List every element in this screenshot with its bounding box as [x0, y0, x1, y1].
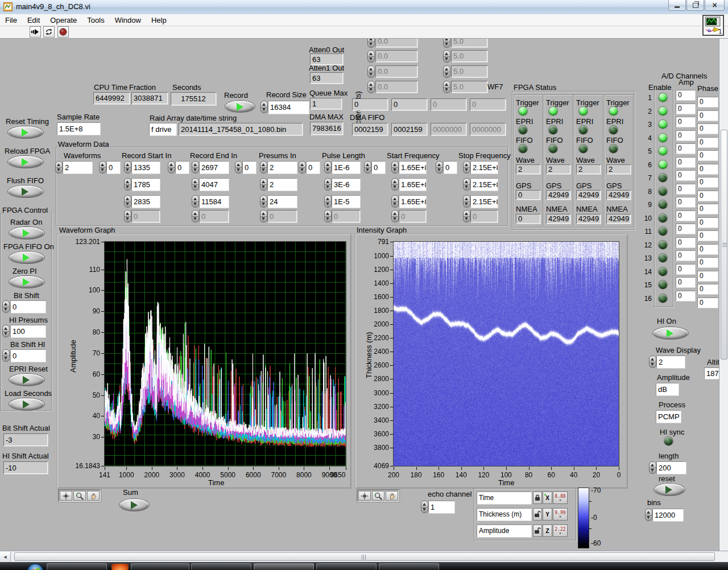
- reset-button[interactable]: [654, 484, 685, 496]
- hi-on-button[interactable]: [653, 327, 688, 340]
- lock-closed-icon[interactable]: [533, 491, 542, 504]
- record-start-in-spinner[interactable]: [124, 195, 131, 208]
- color-scale-ramp[interactable]: [578, 488, 589, 548]
- pulse-length-spinner[interactable]: [324, 161, 332, 174]
- phase-field[interactable]: 0: [697, 164, 718, 174]
- taskbar-button[interactable]: [316, 563, 377, 570]
- axis-y-scale-button[interactable]: Y: [543, 508, 552, 521]
- bit-shift-field[interactable]: 0: [10, 300, 46, 313]
- increments-a-spinner[interactable]: [367, 65, 375, 78]
- phase-field[interactable]: 0: [697, 217, 718, 228]
- record-end-in-spinner[interactable]: [192, 178, 199, 191]
- increments-a-spinner[interactable]: [367, 50, 375, 63]
- lock-open-icon[interactable]: [533, 524, 542, 537]
- enable-led[interactable]: [659, 280, 667, 289]
- amp-field[interactable]: 0: [676, 143, 695, 154]
- array-index-field[interactable]: 0: [106, 161, 120, 174]
- amp-field[interactable]: 0: [676, 170, 695, 180]
- scale-name-time[interactable]: Time: [477, 491, 531, 504]
- sum-button[interactable]: [119, 499, 149, 511]
- stop-frequency-spinner[interactable]: [463, 210, 470, 222]
- sample-rate-field[interactable]: 1.5E+8: [57, 122, 100, 135]
- start-button[interactable]: [26, 563, 44, 570]
- enable-led[interactable]: [659, 160, 667, 169]
- array-index-spinner[interactable]: [364, 161, 371, 174]
- wave-display-field[interactable]: 2: [656, 356, 685, 368]
- enable-led[interactable]: [659, 107, 667, 115]
- pan-tool-button[interactable]: [386, 491, 398, 501]
- pulse-length-value-1[interactable]: 3E-6: [332, 178, 360, 191]
- bins-field[interactable]: 12000: [652, 509, 683, 521]
- enable-led[interactable]: [659, 120, 667, 129]
- flush-fifo-button[interactable]: [8, 185, 43, 198]
- zero-pi-button[interactable]: [9, 276, 44, 288]
- horizontal-scrollbar-thumb[interactable]: [14, 552, 715, 561]
- record-start-in-spinner[interactable]: [124, 210, 131, 222]
- stop-frequency-value-1[interactable]: 2.15E+8: [470, 178, 498, 191]
- array-index-field[interactable]: 0: [175, 161, 189, 174]
- record-end-in-value-0[interactable]: 2697: [199, 161, 229, 174]
- record-start-in-value-1[interactable]: 1785: [131, 178, 160, 191]
- amplitude-select[interactable]: dB: [656, 383, 679, 395]
- taskbar-button[interactable]: [191, 563, 251, 570]
- amp-field[interactable]: 0: [676, 250, 695, 261]
- stop-frequency-spinner[interactable]: [463, 178, 470, 191]
- vertical-scrollbar[interactable]: [719, 39, 728, 551]
- amp-field[interactable]: 0: [676, 277, 695, 287]
- intensity-graph-plot[interactable]: [394, 242, 619, 466]
- zoom-tool-button[interactable]: [372, 491, 384, 501]
- waveform-graph-plot[interactable]: [105, 242, 346, 466]
- enable-led[interactable]: [659, 200, 667, 209]
- record-start-in-value-0[interactable]: 1335: [131, 161, 160, 174]
- enable-led[interactable]: [659, 187, 667, 196]
- phase-field[interactable]: 0: [697, 204, 718, 214]
- record-button[interactable]: [225, 101, 255, 113]
- enable-led[interactable]: [659, 214, 667, 222]
- taskbar-icon-orange[interactable]: [111, 564, 129, 570]
- amp-field[interactable]: 0: [676, 210, 695, 221]
- minimize-button[interactable]: [668, 0, 686, 11]
- phase-field[interactable]: 0: [697, 244, 718, 254]
- menu-edit[interactable]: Edit: [22, 16, 45, 24]
- phase-field[interactable]: 0: [697, 137, 718, 147]
- menu-tools[interactable]: Tools: [82, 16, 109, 24]
- windows-taskbar[interactable]: [0, 562, 728, 570]
- enable-led[interactable]: [659, 294, 667, 303]
- record-start-in-value-2[interactable]: 2835: [131, 195, 160, 208]
- vertical-scrollbar-thumb[interactable]: [721, 130, 727, 360]
- phase-field[interactable]: 0: [697, 150, 718, 160]
- load-seconds-button[interactable]: [9, 398, 44, 411]
- epri-reset-button[interactable]: [9, 374, 44, 386]
- echo-channel-spinner[interactable]: [421, 501, 428, 513]
- scale-name-amplitude[interactable]: Amplitude: [477, 524, 531, 537]
- amp-field[interactable]: 0: [676, 184, 695, 194]
- array-index-field[interactable]: 0: [242, 161, 256, 174]
- amp-field[interactable]: 0: [676, 237, 695, 247]
- presums-in-spinner[interactable]: [260, 178, 267, 191]
- amp-field[interactable]: 0: [676, 117, 695, 127]
- enable-led[interactable]: [659, 227, 667, 236]
- reset-timing-button[interactable]: [8, 126, 43, 139]
- array-index-spinner[interactable]: [99, 161, 106, 174]
- axis-x-scale-button[interactable]: X: [543, 491, 552, 504]
- enable-led[interactable]: [659, 241, 667, 249]
- record-end-in-value-2[interactable]: 11584: [199, 195, 229, 208]
- vi-icon-badge[interactable]: 1: [702, 15, 724, 36]
- enable-led[interactable]: [659, 134, 667, 142]
- amp-field[interactable]: 0: [676, 264, 695, 274]
- enable-led[interactable]: [659, 93, 667, 102]
- taskbar-button[interactable]: [47, 563, 107, 570]
- presums-in-value-2[interactable]: 24: [267, 195, 297, 208]
- start-frequency-spinner[interactable]: [391, 178, 399, 191]
- increments-a-spinner[interactable]: [367, 81, 375, 93]
- record-start-in-spinner[interactable]: [124, 161, 131, 174]
- record-end-in-spinner[interactable]: [192, 161, 199, 174]
- presums-in-spinner[interactable]: [260, 210, 267, 222]
- array-index-spinner[interactable]: [436, 161, 443, 174]
- start-frequency-spinner[interactable]: [391, 195, 399, 208]
- pulse-length-spinner[interactable]: [324, 178, 332, 191]
- increments-b-spinner[interactable]: [443, 50, 450, 63]
- start-frequency-value-0[interactable]: 1.65E+8: [399, 161, 426, 174]
- pulse-length-value-0[interactable]: 1E-6: [332, 161, 360, 174]
- phase-field[interactable]: 0: [697, 271, 718, 281]
